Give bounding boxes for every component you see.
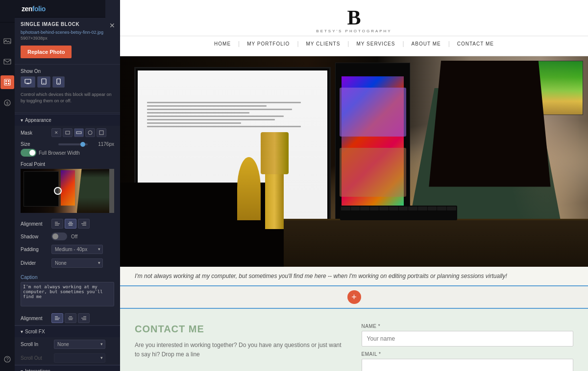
padding-select-wrapper: Medium - 40px None - 0px Small - 20px La…: [51, 244, 103, 254]
mask-rect-sm-btn[interactable]: [63, 128, 73, 137]
nav-contact[interactable]: CONTACT ME: [450, 41, 501, 46]
scroll-in-select-wrapper: None Fade In Slide In ▾: [54, 339, 105, 349]
key: [447, 207, 456, 210]
caption-align-left-btn[interactable]: [51, 313, 63, 323]
svg-point-14: [44, 83, 45, 84]
svg-text:$: $: [6, 101, 8, 106]
mask-x-btn[interactable]: ✕: [51, 128, 61, 137]
nav-clients[interactable]: MY CLIENTS: [299, 41, 348, 46]
scroll-out-label: Scroll Out: [21, 355, 50, 361]
appearance-arrow-icon: ▾: [21, 117, 23, 123]
name-input[interactable]: [362, 331, 574, 347]
nav-about[interactable]: ABOUT ME: [404, 41, 448, 46]
scroll-fx-header[interactable]: ▾ Scroll FX: [15, 325, 120, 337]
key: [370, 207, 379, 210]
replace-photo-button[interactable]: Replace Photo: [21, 46, 72, 58]
interactions-header[interactable]: ▾ Interactions: [15, 365, 120, 371]
size-row: Size 1176px: [15, 139, 120, 149]
zenfolio-logo: zenfolio: [18, 0, 49, 18]
site-logo-area: B BETSY'S PHOTOGRAPHY: [120, 7, 588, 36]
icon-sidebar: $ ?: [0, 0, 15, 371]
shadow-toggle[interactable]: [51, 232, 67, 240]
site-logo-letter: B: [120, 7, 588, 28]
caption-alignment-label: Alignment: [21, 316, 48, 321]
scroll-in-row: Scroll In None Fade In Slide In ▾: [15, 337, 120, 351]
svg-rect-5: [8, 80, 9, 82]
scroll-out-row: Scroll Out ▾: [15, 351, 120, 365]
size-slider[interactable]: [58, 143, 88, 145]
scroll-fx-label: Scroll FX: [25, 329, 45, 334]
email-input[interactable]: [362, 359, 574, 371]
contact-text: Are you interested in working together? …: [135, 341, 347, 359]
image-caption: I'm not always working at my computer, b…: [120, 267, 588, 285]
text-line-1: [147, 102, 301, 103]
device-tablet-btn[interactable]: [37, 76, 50, 88]
nav-home[interactable]: HOME: [207, 41, 238, 46]
key: [408, 207, 417, 210]
key: [399, 207, 408, 210]
device-mobile-btn[interactable]: [52, 76, 65, 88]
mask-square-btn[interactable]: [97, 128, 106, 137]
filesize-text: 5907×3938px: [21, 36, 114, 41]
site-tagline: BETSY'S PHOTOGRAPHY: [120, 29, 588, 33]
topbar: zenfolio: [15, 0, 105, 18]
mask-circle-btn[interactable]: [85, 128, 95, 137]
device-desktop-btn[interactable]: [21, 76, 35, 88]
caption-alignment-buttons: [51, 313, 90, 323]
nav-icon-dollar[interactable]: $: [0, 96, 14, 110]
text-line-8: [147, 126, 301, 127]
focal-point-image[interactable]: [21, 169, 114, 213]
svg-point-16: [58, 83, 59, 84]
padding-label: Padding: [21, 247, 48, 252]
interactions-label: Interactions: [25, 369, 50, 371]
close-button[interactable]: ✕: [109, 22, 115, 29]
scroll-in-select[interactable]: None Fade In Slide In: [54, 340, 105, 349]
add-block-button[interactable]: +: [347, 290, 361, 304]
align-left-btn[interactable]: [51, 219, 63, 229]
focal-monitor: [24, 171, 59, 207]
align-right-btn[interactable]: [78, 219, 90, 229]
caption-section: Caption I'm not always working at my com…: [15, 270, 120, 325]
nav-portfolio[interactable]: MY PORTFOLIO: [240, 41, 297, 46]
alignment-buttons: [51, 219, 90, 229]
divider-row: Divider None Line Dots ▾: [15, 256, 120, 270]
appearance-section-header[interactable]: ▾ Appearance: [15, 114, 120, 126]
full-browser-width-toggle[interactable]: [21, 149, 36, 157]
alignment-label: Alignment: [21, 221, 48, 227]
caption-alignment-row: Alignment: [15, 311, 120, 325]
svg-rect-17: [66, 131, 70, 134]
key: [389, 207, 398, 210]
key: [379, 207, 389, 210]
add-block-bar: +: [120, 285, 588, 309]
nav-icon-help[interactable]: ?: [0, 352, 14, 366]
svg-rect-2: [4, 59, 11, 64]
padding-row: Padding Medium - 40px None - 0px Small -…: [15, 242, 120, 256]
key: [437, 207, 446, 210]
align-center-btn[interactable]: [65, 219, 76, 229]
nav-icon-mail[interactable]: [0, 55, 14, 69]
caption-align-right-btn[interactable]: [78, 313, 90, 323]
svg-rect-3: [4, 79, 10, 85]
svg-rect-7: [8, 83, 9, 84]
scroll-fx-section: ▾ Scroll FX Scroll In None Fade In Slide…: [15, 325, 120, 365]
caption-align-center-btn[interactable]: [65, 313, 76, 323]
show-on-description: Control which devices this block will ap…: [21, 92, 114, 104]
website-header: B BETSY'S PHOTOGRAPHY HOME | MY PORTFOLI…: [120, 0, 588, 56]
focal-point-dot[interactable]: [54, 187, 62, 195]
nav-services[interactable]: MY SERVICES: [349, 41, 402, 46]
text-line-3: [147, 109, 292, 110]
padding-select[interactable]: Medium - 40px None - 0px Small - 20px La…: [51, 245, 103, 254]
hero-photo: [120, 56, 588, 267]
caption-textarea[interactable]: I'm not always working at my computer, b…: [21, 282, 114, 306]
key: [341, 207, 350, 210]
divider-select[interactable]: None Line Dots: [51, 258, 103, 268]
focal-point-preview: [21, 169, 114, 213]
mask-rect-wide-btn[interactable]: [74, 128, 84, 137]
svg-rect-20: [99, 131, 103, 135]
nav-icon-block[interactable]: [0, 75, 14, 89]
scroll-out-select[interactable]: [54, 353, 105, 363]
nav-icon-image[interactable]: [0, 34, 14, 48]
key: [360, 207, 369, 210]
size-label: Size: [21, 141, 48, 147]
appearance-label: Appearance: [25, 117, 51, 123]
